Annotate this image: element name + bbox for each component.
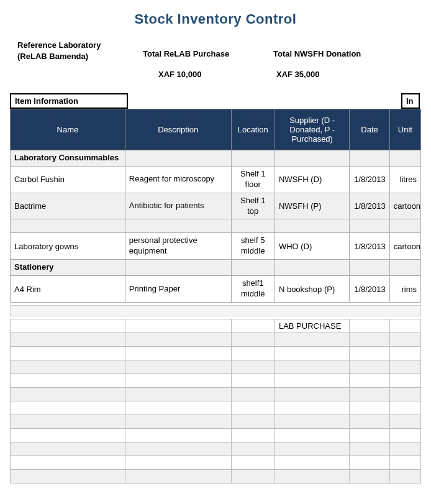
- cell-supplier: N bookshop (P): [274, 276, 350, 303]
- section-item-information: Item Information: [10, 93, 128, 109]
- bottom-cell: [231, 456, 274, 469]
- cell-supplier: [274, 219, 350, 233]
- cell-date: 1/8/2013: [350, 166, 389, 193]
- bottom-cell: [11, 456, 125, 469]
- header-section: Reference Laboratory (ReLAB Bamenda) Tot…: [0, 34, 431, 89]
- cell-supplier: NWSFH (P): [274, 193, 350, 219]
- bottom-cell: [125, 319, 231, 332]
- col-location: Location: [231, 109, 274, 150]
- bottom-cell: [125, 442, 231, 456]
- bottom-cell: [350, 456, 389, 469]
- bottom-cell: [11, 428, 125, 442]
- cell-unit: litres: [389, 166, 420, 193]
- cell-name: [11, 219, 125, 233]
- bottom-cell: [350, 387, 389, 401]
- total-purchase-label: Total ReLAB Purchase: [143, 49, 273, 58]
- bottom-cell: [231, 346, 274, 360]
- bottom-cell: [389, 346, 420, 360]
- inventory-table: Name Description Location Supplier (D - …: [10, 109, 421, 303]
- bottom-cell: [125, 387, 231, 401]
- bottom-cell: [125, 401, 231, 415]
- bottom-cell: [274, 469, 350, 483]
- cell-date: [350, 219, 389, 233]
- category-name: Stationery: [11, 260, 125, 276]
- bottom-cell: [11, 387, 125, 401]
- bottom-cell: [125, 373, 231, 387]
- total-donation-label: Total NWSFH Donation: [273, 49, 385, 58]
- bottom-cell: [389, 469, 420, 483]
- bottom-cell: [389, 360, 420, 373]
- bottom-cell: [125, 428, 231, 442]
- cell-location: Shelf 1 floor: [231, 166, 274, 193]
- cell-location: shelf 5 middle: [231, 233, 274, 260]
- lab-purchase-label: LAB PURCHASE: [274, 319, 350, 332]
- bottom-cell: [350, 332, 389, 346]
- col-unit: Unit: [389, 109, 420, 150]
- bottom-cell: [274, 360, 350, 373]
- cell-location: Shelf 1 top: [231, 193, 274, 219]
- bottom-cell: [350, 401, 389, 415]
- cell-unit: [389, 219, 420, 233]
- bottom-cell: [11, 442, 125, 456]
- bottom-cell: [231, 469, 274, 483]
- bottom-cell: [274, 401, 350, 415]
- bottom-cell: [11, 319, 125, 332]
- bottom-cell: [231, 415, 274, 428]
- bottom-cell: [274, 387, 350, 401]
- cell-description: Reagent for microscopy: [125, 166, 231, 193]
- bottom-cell: [125, 415, 231, 428]
- cell-unit: cartoons: [389, 233, 420, 260]
- bottom-cell: [389, 332, 420, 346]
- cell-description: personal protective equipment: [125, 233, 231, 260]
- lab-purchase-table: LAB PURCHASE: [10, 319, 421, 483]
- spacer-block: [10, 305, 421, 316]
- bottom-cell: [11, 346, 125, 360]
- cell-supplier: WHO (D): [274, 233, 350, 260]
- cell-name: Bactrime: [11, 193, 125, 219]
- bottom-cell: [11, 415, 125, 428]
- bottom-cell: [231, 332, 274, 346]
- cell-supplier: NWSFH (D): [274, 166, 350, 193]
- bottom-cell: [389, 387, 420, 401]
- total-purchase-amount: XAF 10,000: [158, 70, 276, 79]
- bottom-cell: [389, 319, 420, 332]
- page-title: Stock Inventory Control: [0, 0, 431, 34]
- bottom-cell: [274, 346, 350, 360]
- cell-date: 1/8/2013: [350, 193, 389, 219]
- cell-location: shelf1 middle: [231, 276, 274, 303]
- col-supplier: Supplier (D - Donated, P - Purchased): [274, 109, 350, 150]
- bottom-cell: [11, 360, 125, 373]
- bottom-cell: [125, 360, 231, 373]
- bottom-cell: [11, 469, 125, 483]
- bottom-cell: [231, 428, 274, 442]
- bottom-cell: [231, 401, 274, 415]
- cell-date: 1/8/2013: [350, 276, 389, 303]
- bottom-cell: [350, 346, 389, 360]
- bottom-cell: [389, 456, 420, 469]
- cell-name: A4 Rim: [11, 276, 125, 303]
- bottom-cell: [389, 401, 420, 415]
- col-date: Date: [350, 109, 389, 150]
- bottom-cell: [389, 442, 420, 456]
- bottom-cell: [274, 415, 350, 428]
- total-donation-amount: XAF 35,000: [276, 70, 388, 79]
- bottom-cell: [274, 428, 350, 442]
- bottom-cell: [125, 456, 231, 469]
- col-name: Name: [11, 109, 125, 150]
- cell-name: Laboratory gowns: [11, 233, 125, 260]
- bottom-cell: [350, 373, 389, 387]
- bottom-cell: [389, 415, 420, 428]
- bottom-cell: [231, 319, 274, 332]
- bottom-cell: [350, 428, 389, 442]
- bottom-cell: [274, 456, 350, 469]
- bottom-cell: [125, 469, 231, 483]
- cell-unit: cartoon: [389, 193, 420, 219]
- cell-unit: rims: [389, 276, 420, 303]
- bottom-cell: [274, 332, 350, 346]
- bottom-cell: [125, 346, 231, 360]
- bottom-cell: [125, 332, 231, 346]
- section-in: In: [401, 93, 420, 109]
- bottom-cell: [231, 373, 274, 387]
- bottom-cell: [350, 469, 389, 483]
- bottom-cell: [274, 373, 350, 387]
